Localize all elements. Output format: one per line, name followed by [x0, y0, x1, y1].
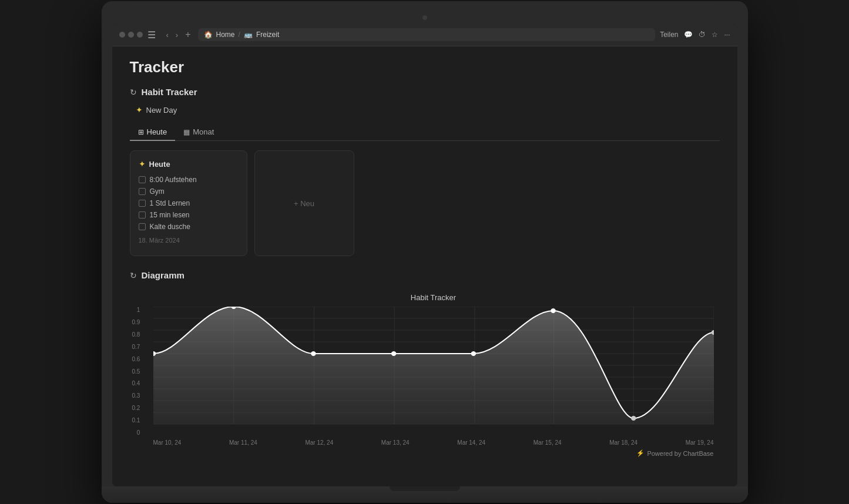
home-icon: 🏠	[204, 31, 213, 39]
breadcrumb: 🏠 Home / 🚌 Freizeit	[198, 28, 656, 41]
bookmark-icon[interactable]: ☆	[712, 31, 718, 39]
content-area: Tracker ↻ Habit Tracker ✦ New Day ⊞ Heut…	[112, 46, 737, 486]
y-label-02: 0.2	[132, 405, 140, 411]
new-tab-button[interactable]: +	[183, 28, 193, 41]
menu-icon[interactable]: ☰	[147, 29, 156, 41]
card-date: 18. März 2024	[139, 237, 239, 244]
browser-controls	[119, 32, 143, 38]
nav-arrows: ‹ › +	[164, 28, 193, 41]
chart-title: Habit Tracker	[153, 293, 714, 302]
x-label-6: Mar 18, 24	[609, 439, 637, 446]
close-btn[interactable]	[119, 32, 125, 38]
habit-item-3[interactable]: 1 Std Lernen	[139, 199, 239, 207]
comment-icon[interactable]: 💬	[684, 31, 693, 39]
sun-icon: ✦	[136, 105, 143, 115]
y-label-04: 0.4	[132, 380, 140, 387]
chart-svg	[153, 307, 714, 436]
y-label-05: 0.5	[132, 368, 140, 375]
x-label-7: Mar 19, 24	[686, 439, 714, 446]
habit-label-4: 15 min lesen	[150, 211, 190, 219]
habit-label-5: Kalte dusche	[150, 223, 190, 231]
refresh-icon: ↻	[130, 88, 137, 97]
breadcrumb-section[interactable]: Freizeit	[256, 31, 279, 39]
new-card-label: + Neu	[294, 199, 314, 208]
y-axis: 0 0.1 0.2 0.3 0.4 0.5 0.6 0.7 0.8 0.9 1	[132, 307, 140, 436]
y-label-01: 0.1	[132, 417, 140, 424]
checkbox-3[interactable]	[139, 200, 146, 207]
tab-monat[interactable]: ▦ Monat	[175, 124, 222, 141]
habit-item-2[interactable]: Gym	[139, 187, 239, 196]
habit-item-5[interactable]: Kalte dusche	[139, 223, 239, 231]
tab-heute[interactable]: ⊞ Heute	[130, 124, 176, 141]
history-icon[interactable]: ⏱	[699, 31, 706, 39]
today-card: ✦ Heute 8:00 Aufstehen Gym 1 Std Lernen	[130, 150, 247, 256]
data-point-3	[391, 351, 395, 356]
maximize-btn[interactable]	[137, 32, 143, 38]
laptop-frame: ☰ ‹ › + 🏠 Home / 🚌 Freizeit Teilen 💬 ⏱ ☆…	[102, 1, 748, 503]
y-label-03: 0.3	[132, 392, 140, 399]
x-label-3: Mar 13, 24	[381, 439, 410, 446]
powered-by: ⚡ Powered by ChartBase	[153, 449, 714, 457]
y-label-1: 1	[132, 307, 140, 313]
new-card[interactable]: + Neu	[254, 150, 354, 256]
habit-label-2: Gym	[150, 187, 165, 196]
tabs: ⊞ Heute ▦ Monat	[130, 124, 720, 141]
checkbox-4[interactable]	[139, 211, 146, 219]
y-label-06: 0.6	[132, 356, 140, 362]
tab-monat-label: Monat	[193, 127, 214, 136]
chart-container: Habit Tracker 0 0.1 0.2 0.3 0.4 0.5 0.6 …	[130, 287, 720, 475]
y-label-07: 0.7	[132, 344, 140, 350]
chart-inner: 0 0.1 0.2 0.3 0.4 0.5 0.6 0.7 0.8 0.9 1	[153, 307, 714, 436]
forward-button[interactable]: ›	[173, 29, 180, 41]
x-label-2: Mar 12, 24	[305, 439, 333, 446]
page-title: Tracker	[130, 58, 720, 76]
new-day-label: New Day	[146, 106, 177, 115]
laptop-base	[102, 486, 748, 503]
card-header: ✦ Heute	[139, 159, 239, 169]
grid-icon: ⊞	[138, 128, 144, 136]
checkbox-1[interactable]	[139, 176, 146, 183]
new-day-button[interactable]: ✦ New Day	[131, 103, 182, 117]
card-title: Heute	[149, 160, 170, 169]
x-axis: Mar 10, 24 Mar 11, 24 Mar 12, 24 Mar 13,…	[153, 439, 714, 446]
browser-bar: ☰ ‹ › + 🏠 Home / 🚌 Freizeit Teilen 💬 ⏱ ☆…	[112, 23, 737, 46]
data-point-4	[471, 351, 475, 356]
x-label-4: Mar 14, 24	[457, 439, 485, 446]
habit-item-1[interactable]: 8:00 Aufstehen	[139, 176, 239, 184]
y-label-09: 0.9	[132, 319, 140, 325]
breadcrumb-separator: /	[239, 31, 240, 39]
tab-heute-label: Heute	[147, 127, 167, 136]
habit-label-3: 1 Std Lernen	[150, 199, 190, 207]
data-point-2	[311, 351, 316, 356]
camera	[422, 15, 427, 20]
habit-item-4[interactable]: 15 min lesen	[139, 211, 239, 219]
breadcrumb-home[interactable]: Home	[216, 31, 235, 39]
x-label-1: Mar 11, 24	[229, 439, 257, 446]
diagram-section: ↻ Diagramm Habit Tracker 0 0.1 0.2 0.3 0…	[130, 270, 720, 475]
checkbox-2[interactable]	[139, 188, 146, 195]
browser-actions: Teilen 💬 ⏱ ☆ ···	[660, 31, 730, 39]
x-label-0: Mar 10, 24	[153, 439, 182, 446]
back-button[interactable]: ‹	[164, 29, 171, 41]
y-label-0: 0	[132, 429, 140, 436]
habit-label-1: 8:00 Aufstehen	[150, 176, 197, 184]
more-options[interactable]: ···	[724, 31, 730, 39]
share-button[interactable]: Teilen	[660, 31, 678, 39]
calendar-icon: ▦	[183, 128, 190, 136]
habit-tracker-title: Habit Tracker	[142, 87, 197, 97]
diagram-header: ↻ Diagramm	[130, 270, 720, 280]
powered-by-text: Powered by ChartBase	[647, 450, 713, 457]
lightning-icon: ⚡	[636, 449, 645, 457]
cards-row: ✦ Heute 8:00 Aufstehen Gym 1 Std Lernen	[130, 150, 720, 256]
data-point-6	[631, 416, 636, 421]
screen: ☰ ‹ › + 🏠 Home / 🚌 Freizeit Teilen 💬 ⏱ ☆…	[112, 23, 737, 486]
minimize-btn[interactable]	[128, 32, 134, 38]
habit-tracker-header: ↻ Habit Tracker	[130, 87, 720, 97]
section-icon: 🚌	[244, 31, 253, 39]
diagram-title: Diagramm	[142, 270, 184, 280]
laptop-notch	[390, 486, 460, 491]
data-point-5	[551, 308, 555, 313]
card-sun-icon: ✦	[139, 159, 146, 169]
x-label-5: Mar 15, 24	[533, 439, 562, 446]
checkbox-5[interactable]	[139, 223, 146, 230]
